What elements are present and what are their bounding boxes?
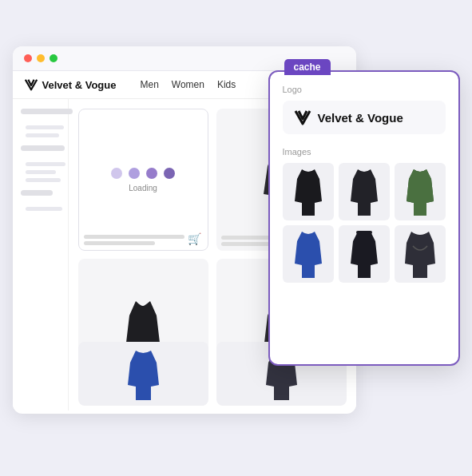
loading-dots [111,168,175,179]
brand-v-icon [24,77,38,92]
img-cell-3 [395,163,446,220]
sidebar-sub-line [26,125,64,129]
loading-dot-1 [111,168,122,179]
cache-panel-inner: Logo Velvet & Vogue Images [270,72,458,296]
card-name-line [84,241,155,245]
sidebar-sub-3 [26,207,60,211]
sidebar-sub-line [26,207,62,211]
cart-icon[interactable]: 🛒 [188,232,201,245]
sidebar-line-1 [21,109,73,114]
sidebar-sub-line [26,133,59,137]
logo-section-label: Logo [283,85,446,94]
sidebar [13,99,69,411]
sidebar-line-2 [21,145,65,151]
grid-dress-5 [349,230,379,278]
logo-box-text: Velvet & Vogue [318,111,403,125]
grid-dress-3 [405,168,435,216]
grid-dress-1 [293,168,323,216]
img-cell-4 [283,225,334,283]
img-cell-2 [339,163,390,220]
product-card-loading: Loading 🛒 [78,109,208,251]
grid-dress-4 [293,230,323,278]
site-logo-text: Velvet & Vogue [42,79,117,91]
sidebar-sub-2 [26,162,60,182]
nav-men[interactable]: Men [140,79,158,90]
images-section-label: Images [283,147,446,157]
loading-dot-4 [164,168,175,179]
velvet-v-icon [294,109,311,126]
dot-yellow [37,54,45,62]
grid-dress-2 [349,168,379,216]
dot-green [50,54,58,62]
dot-red [24,54,32,62]
logo-box: Velvet & Vogue [283,101,446,134]
images-grid [283,163,446,283]
loading-dot-3 [146,168,157,179]
cache-tab-label: cache [284,59,331,75]
nav-links: Men Women Kids [140,79,236,90]
img-cell-6 [395,225,446,283]
sidebar-sub-line [26,178,61,182]
grid-dress-6 [405,230,435,278]
loading-text: Loading [129,184,157,192]
site-logo: Velvet & Vogue [24,77,117,92]
bottom-card-1 [78,342,208,406]
sidebar-sub-1 [26,125,60,137]
sidebar-line-3 [21,190,53,196]
card-footer [84,235,203,245]
card-price-line [84,235,185,239]
nav-women[interactable]: Women [172,79,204,90]
sidebar-sub-line [26,170,56,174]
scene: Velvet & Vogue Men Women Kids [13,22,460,454]
svg-rect-2 [356,231,372,234]
nav-kids[interactable]: Kids [217,79,236,90]
img-cell-5 [339,225,390,283]
loading-dot-2 [129,168,140,179]
cache-panel: cache Logo Velvet & Vogue Images [268,70,460,366]
img-cell-1 [283,163,334,220]
blue-dress-image [125,348,161,400]
sidebar-sub-line [26,162,65,166]
